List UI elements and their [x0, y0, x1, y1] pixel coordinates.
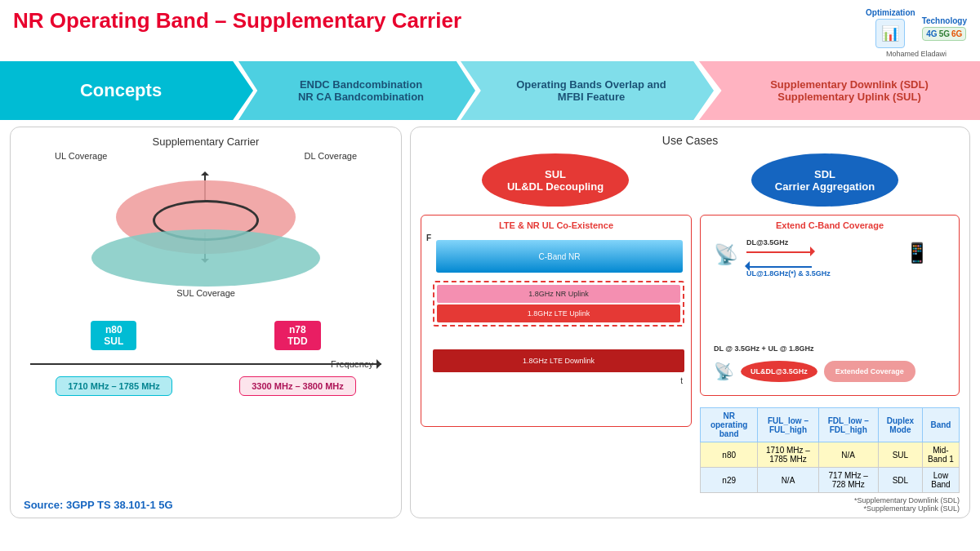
coverage-diagram: UL Coverage DL Coverage SUL Coverage	[22, 151, 390, 314]
coverage-labels-top: UL Coverage DL Coverage	[22, 151, 390, 161]
sul-ellipse	[91, 229, 320, 287]
technology-icon: 4G5G6G	[922, 27, 966, 41]
nr-bands-table: NR operating band FUL_low – FUL_high FDL…	[700, 407, 960, 493]
phone-icon: 📱	[905, 242, 929, 264]
cell-fdl-n29: 717 MHz – 728 MHz	[818, 468, 878, 493]
lte-downlink-bar: 1.8GHz LTE Downlink	[433, 349, 684, 372]
frequency-label: Frequency	[331, 359, 373, 369]
cell-band-n29: n29	[701, 468, 758, 493]
page-header: NR Operating Band – Supplementary Carrie…	[0, 0, 980, 61]
main-content: Supplementary Carrier UL Coverage DL Cov…	[0, 127, 980, 518]
sul-coverage-label: SUL Coverage	[176, 288, 235, 298]
cband-nr-bar: C-Band NR	[436, 240, 683, 273]
ul-coverage-label: UL Coverage	[55, 151, 107, 161]
lte-nr-title: LTE & NR UL Co-Existence	[426, 220, 686, 230]
optimization-label: Optimization	[866, 8, 915, 17]
lte-diagram: F C-Band NR 1.8GHz NR Uplink 1.8GHz LTE	[426, 233, 686, 389]
use-cases-detail: LTE & NR UL Co-Existence F C-Band NR 1.8…	[421, 215, 960, 427]
small-tower-icon: 📡	[714, 362, 734, 381]
left-panel: Supplementary Carrier UL Coverage DL Cov…	[10, 127, 402, 518]
lte-uplink-bar: 1.8GHz LTE Uplink	[437, 304, 680, 322]
table-header-duplex: Duplex Mode	[878, 408, 922, 442]
title-black: NR Operating Band –	[13, 8, 233, 33]
freq-arrow-icon	[376, 359, 386, 369]
ul-arrow-line	[746, 266, 812, 268]
table-header-band: NR operating band	[701, 408, 758, 442]
cell-band-n80: n80	[701, 442, 758, 468]
icons-row: Optimization 📊 Technology 4G5G6G	[866, 8, 967, 48]
right-panel: Use Cases SUL UL&DL Decoupling SDL Carri…	[410, 127, 970, 518]
table-row: n29 N/A 717 MHz – 728 MHz SDL Low Band	[701, 468, 960, 493]
mhz-cyan-box: 1710 MHz – 1785 MHz	[56, 376, 172, 396]
nr-uplink-dashed-box: 1.8GHz NR Uplink 1.8GHz LTE Uplink	[433, 281, 684, 327]
oval-uldl-35ghz: UL&DL@3.5GHz	[741, 361, 817, 382]
optimization-icon: 📊	[875, 19, 905, 48]
extend-section: Extend C-Band Coverage 📡 📱 DL	[700, 215, 960, 427]
mhz-values-row: 1710 MHz – 1785 MHz 3300 MHz – 3800 MHz	[22, 376, 390, 396]
band-n80-box: n80 SUL	[91, 321, 136, 350]
dl-arrow-line	[746, 251, 812, 253]
table-header-band-name: Band	[922, 408, 959, 442]
technology-label: Technology	[922, 16, 967, 25]
oval-sul: SUL UL&DL Decoupling	[482, 153, 629, 207]
lte-nr-box: LTE & NR UL Co-Existence F C-Band NR 1.8…	[421, 215, 692, 427]
nav-item-bandcombination[interactable]: ENDC Bandcombination NR CA Bandcombinati…	[238, 61, 475, 120]
time-axis-label: t	[680, 376, 683, 385]
mhz-pink-box: 3300 MHz – 3800 MHz	[239, 376, 356, 396]
nr-uplink-bar: 1.8GHz NR Uplink	[437, 285, 680, 303]
author-name: Mohamed Eladawi	[886, 50, 947, 58]
bands-row: n80 SUL n78 TDD	[22, 321, 390, 350]
ul-18ghz-label: UL@1.8GHz(*) & 3.5GHz	[746, 269, 831, 278]
dl-coverage-label: DL Coverage	[305, 151, 357, 161]
nav-item-concepts[interactable]: Concepts	[0, 61, 253, 120]
title-red: Supplementary Carrier	[233, 8, 461, 33]
band-n78-box: n78 TDD	[274, 321, 321, 350]
tower-icon: 📡	[714, 243, 738, 266]
cell-ful-n80: 1710 MHz – 1785 MHz	[758, 442, 818, 468]
nav-item-operating-bands[interactable]: Operating Bands Overlap and MFBI Feature	[461, 61, 714, 120]
extend-diagram: 📡 📱 DL@3.5GHz UL@1.8G	[706, 235, 954, 390]
header-icons: Optimization 📊 Technology 4G5G6G Mohamed…	[866, 8, 967, 58]
page-title: NR Operating Band – Supplementary Carrie…	[13, 8, 461, 33]
cell-duplex-n29: SDL	[878, 468, 922, 493]
freq-section: n80 SUL n78 TDD Frequency 1710 MHz – 178…	[22, 321, 390, 396]
ellipses-container	[83, 164, 328, 287]
footnote: *Supplementary Downlink (SDL) *Supplemen…	[700, 496, 960, 513]
dl-3-5ghz-label: DL @ 3.5GHz + UL @ 1.8GHz	[714, 344, 814, 353]
data-table-section: NR operating band FUL_low – FUL_high FDL…	[700, 401, 960, 513]
freq-line-container: Frequency	[30, 355, 381, 371]
extend-cband-box: Extend C-Band Coverage 📡 📱 DL	[700, 215, 960, 396]
use-cases-ovals-row: SUL UL&DL Decoupling SDL Carrier Aggrega…	[421, 153, 960, 207]
left-panel-title: Supplementary Carrier	[22, 136, 390, 148]
nav-item-sdl-sul[interactable]: Supplementary Downlink (SDL) Supplementa…	[699, 61, 980, 120]
cell-bandname-n29: Low Band	[922, 468, 959, 493]
dl-arrowhead	[810, 247, 820, 256]
freq-axis-label: F	[426, 233, 431, 242]
oval-extended-coverage: Extended Coverage	[824, 361, 915, 382]
right-panel-title: Use Cases	[421, 134, 960, 147]
table-header-ful: FUL_low – FUL_high	[758, 408, 818, 442]
bottom-diagram: DL @ 3.5GHz + UL @ 1.8GHz 📡 UL&DL@3.5GHz…	[706, 361, 954, 382]
cell-bandname-n80: Mid-Band 1	[922, 442, 959, 468]
cell-fdl-n80: N/A	[818, 442, 878, 468]
dl-35ghz-label: DL@3.5GHz	[746, 238, 788, 247]
table-header-fdl: FDL_low – FDL_high	[818, 408, 878, 442]
cell-duplex-n80: SUL	[878, 442, 922, 468]
table-row: n80 1710 MHz – 1785 MHz N/A SUL Mid-Band…	[701, 442, 960, 468]
cell-ful-n29: N/A	[758, 468, 818, 493]
extend-cband-title: Extend C-Band Coverage	[706, 220, 954, 230]
navigation-row: Concepts ENDC Bandcombination NR CA Band…	[0, 61, 980, 120]
oval-sdl: SDL Carrier Aggregation	[751, 153, 898, 207]
freq-line	[30, 363, 381, 365]
source-text: Source: 3GPP TS 38.101-1 5G	[24, 499, 173, 511]
